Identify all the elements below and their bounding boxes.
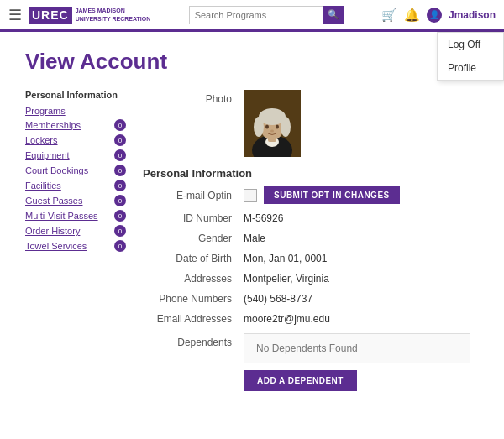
svg-point-11 (270, 130, 274, 133)
sidebar-label-equipment: Equipment (25, 150, 70, 160)
email-optin-row: E-mail Optin SUBMIT OPT IN CHANGES (143, 186, 479, 204)
id-number-value: M-56926 (244, 212, 283, 224)
sidebar: Personal Information Programs Membership… (25, 90, 126, 400)
sidebar-item-order-history[interactable]: Order History 0 (25, 223, 126, 238)
sidebar-item-programs[interactable]: Programs (25, 104, 126, 118)
sidebar-item-lockers[interactable]: Lockers 0 (25, 133, 126, 148)
email-optin-label: E-mail Optin (143, 190, 244, 201)
sidebar-item-memberships[interactable]: Memberships 0 (25, 118, 126, 133)
logo-urec-text: UREC (29, 7, 72, 24)
sidebar-label-memberships: Memberships (25, 120, 81, 130)
logo-subtitle: JAMES MADISONUNIVERSITY RECREATION (76, 7, 151, 22)
svg-point-7 (254, 117, 264, 137)
page-content: View Account Personal Information Progra… (0, 32, 504, 416)
email-row: Email Addresses moore2tr@jmu.edu (143, 313, 479, 325)
sidebar-item-court-bookings[interactable]: Court Bookings 0 (25, 163, 126, 178)
sidebar-badge-towel-services: 0 (114, 240, 126, 252)
dependents-label: Dependents (143, 333, 244, 391)
email-optin-checkbox[interactable] (244, 189, 257, 202)
addresses-row: Addresses Montpelier, Virginia (143, 273, 479, 285)
sidebar-label-programs: Programs (25, 106, 66, 116)
email-value: moore2tr@jmu.edu (244, 313, 330, 325)
dob-label: Date of Birth (143, 253, 244, 264)
svg-point-8 (281, 117, 291, 137)
sidebar-badge-guest-passes: 0 (114, 195, 126, 206)
header-right-icons: 🛒 🔔 👤 Jmadison (381, 8, 496, 23)
addresses-value: Montpelier, Virginia (244, 273, 329, 285)
sidebar-badge-order-history: 0 (114, 225, 126, 237)
profile-item[interactable]: Profile (438, 56, 503, 80)
gender-row: Gender Male (143, 233, 479, 244)
user-dropdown-menu: Log Off Profile (437, 32, 504, 81)
sidebar-label-towel-services: Towel Services (25, 241, 87, 251)
sidebar-item-equipment[interactable]: Equipment 0 (25, 148, 126, 163)
search-bar: 🔍 (167, 6, 365, 24)
submit-optin-button[interactable]: SUBMIT OPT IN CHANGES (264, 186, 400, 204)
dob-value: Mon, Jan 01, 0001 (244, 253, 327, 264)
svg-point-10 (276, 125, 279, 129)
sidebar-item-towel-services[interactable]: Towel Services 0 (25, 238, 126, 253)
add-dependent-button[interactable]: ADD A DEPENDENT (244, 370, 357, 391)
addresses-label: Addresses (143, 273, 244, 285)
sidebar-label-facilities: Facilities (25, 180, 61, 191)
search-button[interactable]: 🔍 (323, 6, 344, 24)
sidebar-badge-court-bookings: 0 (114, 165, 126, 176)
main-layout: Personal Information Programs Membership… (25, 90, 479, 400)
phone-row: Phone Numbers (540) 568-8737 (143, 293, 479, 305)
search-input[interactable] (189, 6, 323, 24)
photo-label: Photo (143, 90, 244, 105)
sidebar-badge-lockers: 0 (114, 134, 126, 146)
sidebar-label-multi-visit: Multi-Visit Passes (25, 211, 98, 221)
sidebar-badge-memberships: 0 (114, 119, 126, 131)
sidebar-badge-equipment: 0 (114, 149, 126, 161)
sidebar-label-guest-passes: Guest Passes (25, 196, 82, 206)
content-area: Photo (143, 90, 479, 400)
dependents-content: No Dependents Found ADD A DEPENDENT (244, 333, 479, 391)
sidebar-badge-multi-visit: 0 (114, 210, 126, 222)
header: ☰ UREC JAMES MADISONUNIVERSITY RECREATIO… (0, 0, 504, 32)
log-off-item[interactable]: Log Off (438, 33, 503, 56)
personal-info-header: Personal Information (143, 167, 479, 180)
username-label[interactable]: Jmadison (449, 9, 496, 21)
cart-icon[interactable]: 🛒 (381, 8, 397, 23)
hamburger-menu-icon[interactable]: ☰ (8, 6, 22, 24)
user-avatar-icon: 👤 (427, 8, 442, 23)
email-optin-controls: SUBMIT OPT IN CHANGES (244, 186, 400, 204)
sidebar-item-facilities[interactable]: Facilities 0 (25, 178, 126, 193)
notification-icon[interactable]: 🔔 (404, 8, 420, 23)
sidebar-label-order-history: Order History (25, 226, 80, 236)
dependents-section: Dependents No Dependents Found ADD A DEP… (143, 333, 479, 391)
sidebar-label-court-bookings: Court Bookings (25, 165, 88, 175)
sidebar-item-guest-passes[interactable]: Guest Passes 0 (25, 193, 126, 208)
phone-value: (540) 568-8737 (244, 293, 312, 305)
portrait-svg (244, 90, 301, 157)
sidebar-item-multi-visit[interactable]: Multi-Visit Passes 0 (25, 208, 126, 223)
phone-label: Phone Numbers (143, 293, 244, 305)
id-number-label: ID Number (143, 212, 244, 224)
sidebar-badge-facilities: 0 (114, 180, 126, 191)
sidebar-section-title: Personal Information (25, 90, 126, 100)
dob-row: Date of Birth Mon, Jan 01, 0001 (143, 253, 479, 264)
gender-label: Gender (143, 233, 244, 244)
sidebar-label-lockers: Lockers (25, 135, 58, 145)
gender-value: Male (244, 233, 265, 244)
svg-point-9 (265, 125, 269, 129)
logo: UREC JAMES MADISONUNIVERSITY RECREATION (29, 7, 150, 24)
id-number-row: ID Number M-56926 (143, 212, 479, 224)
dependents-box: No Dependents Found (244, 333, 470, 363)
email-label: Email Addresses (143, 313, 244, 325)
page-title: View Account (25, 49, 479, 75)
profile-photo (244, 90, 301, 157)
photo-row: Photo (143, 90, 479, 157)
